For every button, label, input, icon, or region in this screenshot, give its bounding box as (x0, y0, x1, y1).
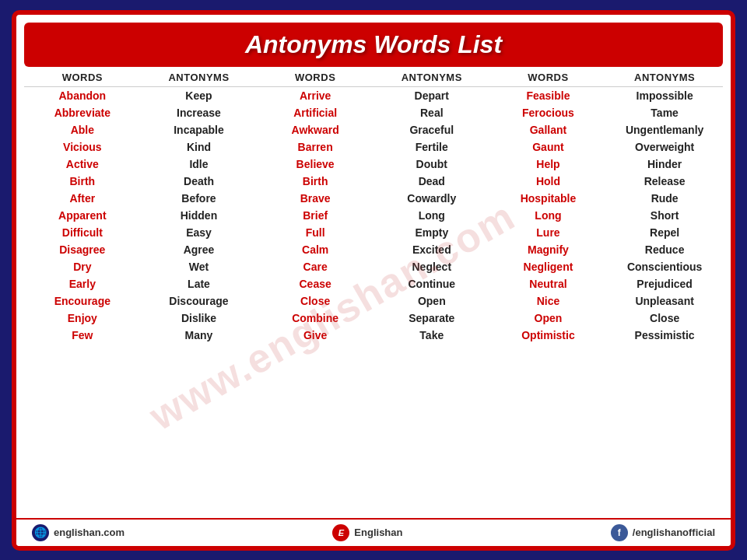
table-cell: Hold (490, 173, 607, 190)
table-cell: Close (257, 292, 374, 310)
table-cell: Agree (141, 241, 258, 258)
table-cell: Open (374, 292, 490, 310)
table-cell: Empty (374, 224, 490, 241)
table-cell: Optimistic (490, 327, 607, 344)
table-cell: Idle (141, 156, 258, 173)
col-header-4: ANTONYMS (374, 67, 490, 87)
table-cell: Difficult (24, 224, 141, 241)
table-cell: Abandon (24, 86, 141, 104)
table-cell: Dry (24, 258, 141, 275)
table-cell: Fertile (374, 138, 490, 156)
table-cell: Doubt (374, 156, 490, 173)
table-cell: Ferocious (490, 104, 607, 121)
table-cell: Hidden (141, 207, 258, 224)
table-cell: Pessimistic (606, 327, 723, 344)
table-row: ActiveIdleBelieveDoubtHelpHinder (24, 156, 723, 173)
table-cell: Graceful (374, 121, 490, 138)
table-cell: Long (490, 207, 607, 224)
table-cell: Take (374, 327, 490, 344)
table-cell: Give (257, 327, 374, 344)
table-row: AfterBeforeBraveCowardlyHospitableRude (24, 190, 723, 207)
table-cell: Tame (606, 104, 723, 121)
table-cell: Hinder (606, 156, 723, 173)
table-row: ApparentHiddenBriefLongLongShort (24, 207, 723, 224)
title-bar: Antonyms Words List (24, 23, 723, 67)
table-cell: Unpleasant (606, 292, 723, 310)
table-cell: Brave (257, 190, 374, 207)
table-cell: Birth (24, 173, 141, 190)
table-cell: Lure (490, 224, 607, 241)
table-row: DryWetCareNeglectNegligentConscientious (24, 258, 723, 275)
table-cell: Ungentlemanly (606, 121, 723, 138)
table-cell: Nice (490, 292, 607, 310)
table-cell: Late (141, 275, 258, 292)
col-header-5: WORDS (490, 67, 607, 87)
table-cell: Short (606, 207, 723, 224)
table-cell: Care (257, 258, 374, 275)
globe-icon: 🌐 (32, 524, 49, 541)
table-cell: Depart (374, 86, 490, 104)
table-cell: Rude (606, 190, 723, 207)
table-cell: Gaunt (490, 138, 607, 156)
table-header-row: WORDS ANTONYMS WORDS ANTONYMS WORDS ANTO… (24, 67, 723, 87)
footer-center: E Englishan (332, 524, 402, 541)
table-cell: After (24, 190, 141, 207)
table-row: AbleIncapableAwkwardGracefulGallantUngen… (24, 121, 723, 138)
table-cell: Discourage (141, 292, 258, 310)
table-row: EnjoyDislikeCombineSeparateOpenClose (24, 310, 723, 327)
table-container: WORDS ANTONYMS WORDS ANTONYMS WORDS ANTO… (16, 67, 731, 518)
footer-center-text: Englishan (354, 527, 402, 538)
table-cell: Calm (257, 241, 374, 258)
table-cell: Excited (374, 241, 490, 258)
table-cell: Brief (257, 207, 374, 224)
table-cell: Dislike (141, 310, 258, 327)
table-cell: Reduce (606, 241, 723, 258)
table-row: DisagreeAgreeCalmExcitedMagnifyReduce (24, 241, 723, 258)
table-cell: Cease (257, 275, 374, 292)
table-cell: Gallant (490, 121, 607, 138)
col-header-6: ANTONYMS (606, 67, 723, 87)
page-title: Antonyms Words List (24, 30, 723, 59)
table-row: ViciousKindBarrenFertileGauntOverweight (24, 138, 723, 156)
table-cell: Close (606, 310, 723, 327)
table-cell: Prejudiced (606, 275, 723, 292)
table-cell: Awkward (257, 121, 374, 138)
footer-left-text: englishan.com (54, 527, 124, 538)
table-cell: Release (606, 173, 723, 190)
table-cell: Open (490, 310, 607, 327)
table-cell: Negligent (490, 258, 607, 275)
main-card: Antonyms Words List www.englishan.com WO… (12, 10, 735, 551)
table-cell: Separate (374, 310, 490, 327)
footer: 🌐 englishan.com E Englishan f /englishan… (16, 518, 731, 546)
table-cell: Conscientious (606, 258, 723, 275)
table-cell: Many (141, 327, 258, 344)
col-header-3: WORDS (257, 67, 374, 87)
table-cell: Easy (141, 224, 258, 241)
col-header-2: ANTONYMS (141, 67, 258, 87)
table-row: BirthDeathBirthDeadHoldRelease (24, 173, 723, 190)
table-cell: Encourage (24, 292, 141, 310)
table-cell: Cowardly (374, 190, 490, 207)
table-cell: Keep (141, 86, 258, 104)
table-cell: Continue (374, 275, 490, 292)
facebook-icon: f (611, 524, 628, 541)
table-cell: Active (24, 156, 141, 173)
table-cell: Believe (257, 156, 374, 173)
table-cell: Dead (374, 173, 490, 190)
table-cell: Help (490, 156, 607, 173)
footer-right: f /englishanofficial (611, 524, 715, 541)
table-cell: Arrive (257, 86, 374, 104)
table-cell: Magnify (490, 241, 607, 258)
table-row: EarlyLateCeaseContinueNeutralPrejudiced (24, 275, 723, 292)
table-row: DifficultEasyFullEmptyLureRepel (24, 224, 723, 241)
table-row: AbbreviateIncreaseArtificialRealFerociou… (24, 104, 723, 121)
table-cell: Combine (257, 310, 374, 327)
table-cell: Birth (257, 173, 374, 190)
table-cell: Feasible (490, 86, 607, 104)
table-cell: Before (141, 190, 258, 207)
table-row: AbandonKeepArriveDepartFeasibleImpossibl… (24, 86, 723, 104)
table-cell: Artificial (257, 104, 374, 121)
table-cell: Wet (141, 258, 258, 275)
table-cell: Incapable (141, 121, 258, 138)
table-cell: Apparent (24, 207, 141, 224)
